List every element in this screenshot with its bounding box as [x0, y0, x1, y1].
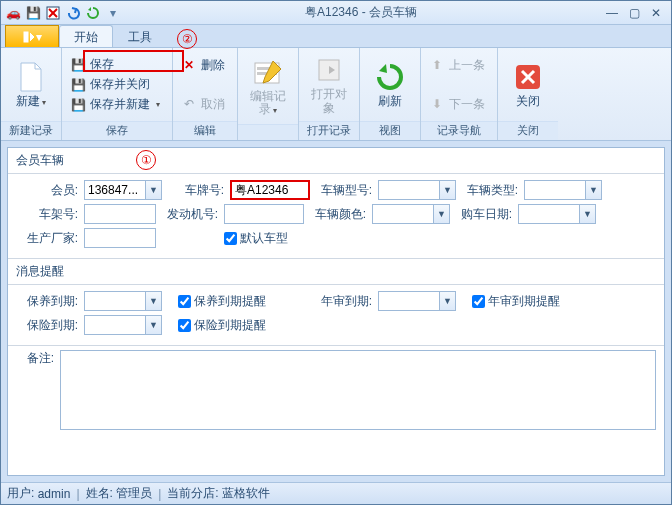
- qat-refresh-icon[interactable]: [85, 5, 101, 21]
- close-button[interactable]: 关闭: [504, 59, 552, 110]
- buydate-input[interactable]: [518, 204, 580, 224]
- status-user-value: admin: [38, 487, 71, 501]
- tab-tools[interactable]: 工具: [113, 25, 167, 47]
- tab-start[interactable]: 开始: [59, 25, 113, 47]
- new-file-icon: [15, 61, 47, 93]
- panel-notes: 备注:: [8, 346, 664, 475]
- qat-undo-icon[interactable]: [65, 5, 81, 21]
- minimize-button[interactable]: —: [605, 6, 619, 20]
- panel-vehicle-title: 会员车辆: [8, 148, 664, 174]
- panel-vehicle-body: ① 会员: 136847...▼ 车牌号: 粤A12346 车辆型号: ▼ 车辆…: [8, 174, 664, 259]
- group-title-close: 关闭: [498, 121, 558, 140]
- member-combo-arrow[interactable]: ▼: [146, 180, 162, 200]
- inspect-due-label: 年审到期:: [314, 293, 374, 310]
- group-title-edit-record: [238, 124, 298, 140]
- qat-save-icon[interactable]: 💾: [25, 5, 41, 21]
- status-user-label: 用户:: [7, 485, 34, 502]
- plate-input[interactable]: 粤A12346: [230, 180, 310, 200]
- save-and-close-button[interactable]: 💾保存并关闭: [68, 75, 166, 94]
- group-title-save: 保存: [62, 121, 172, 140]
- ribbon: 新建 新建记录 💾保存 💾保存并关闭 💾保存并新建 保存 ✕删除: [1, 47, 671, 141]
- down-arrow-icon: ⬇: [429, 96, 445, 112]
- content-area: 会员车辆 ① 会员: 136847...▼ 车牌号: 粤A12346 车辆型号:…: [7, 147, 665, 476]
- close-window-button[interactable]: ✕: [649, 6, 663, 20]
- status-name-value: 管理员: [116, 485, 152, 502]
- title-bar: 🚗 💾 ▾ 粤A12346 - 会员车辆 — ▢ ✕: [1, 1, 671, 25]
- save-and-new-button[interactable]: 💾保存并新建: [68, 95, 166, 114]
- ribbon-tabs: ▾ 开始 工具: [1, 25, 671, 47]
- window-title: 粤A12346 - 会员车辆: [125, 4, 597, 21]
- group-title-edit: 编辑: [173, 121, 237, 140]
- vin-input[interactable]: [84, 204, 156, 224]
- app-car-icon: 🚗: [5, 5, 21, 21]
- prev-record-button: ⬆上一条: [427, 56, 491, 75]
- qat-customize-icon[interactable]: ▾: [105, 5, 121, 21]
- notes-textarea[interactable]: [60, 350, 656, 430]
- save-button[interactable]: 💾保存: [68, 55, 166, 74]
- buydate-combo-arrow[interactable]: ▼: [580, 204, 596, 224]
- quick-access-toolbar: 🚗 💾 ▾: [1, 5, 125, 21]
- open-object-button: 打开对象: [305, 52, 353, 116]
- maint-due-arrow[interactable]: ▼: [146, 291, 162, 311]
- member-label: 会员:: [16, 182, 80, 199]
- save-icon: 💾: [70, 57, 86, 73]
- group-save: 💾保存 💾保存并关闭 💾保存并新建 保存: [62, 48, 173, 140]
- group-title-open: 打开记录: [299, 121, 359, 140]
- maint-remind-checkbox[interactable]: 保养到期提醒: [178, 293, 266, 310]
- type-label: 车辆类型:: [460, 182, 520, 199]
- default-model-checkbox[interactable]: 默认车型: [224, 230, 288, 247]
- model-input[interactable]: [378, 180, 440, 200]
- color-combo-arrow[interactable]: ▼: [434, 204, 450, 224]
- maximize-button[interactable]: ▢: [627, 6, 641, 20]
- group-title-new: 新建记录: [1, 121, 61, 140]
- notes-label: 备注:: [16, 350, 56, 367]
- maker-label: 生产厂家:: [16, 230, 80, 247]
- maint-due-label: 保养到期:: [16, 293, 80, 310]
- undo-icon: ↶: [181, 96, 197, 112]
- group-new-record: 新建 新建记录: [1, 48, 62, 140]
- close-big-icon: [512, 61, 544, 93]
- delete-x-icon: ✕: [181, 57, 197, 73]
- ins-due-arrow[interactable]: ▼: [146, 315, 162, 335]
- color-label: 车辆颜色:: [308, 206, 368, 223]
- inspect-due-arrow[interactable]: ▼: [440, 291, 456, 311]
- svg-rect-3: [24, 32, 28, 42]
- group-title-nav: 记录导航: [421, 121, 497, 140]
- qat-delete-icon[interactable]: [45, 5, 61, 21]
- member-input[interactable]: 136847...: [84, 180, 146, 200]
- maint-due-input[interactable]: [84, 291, 146, 311]
- edit-record-icon: [252, 56, 284, 88]
- ins-due-label: 保险到期:: [16, 317, 80, 334]
- maker-input[interactable]: [84, 228, 156, 248]
- inspect-due-input[interactable]: [378, 291, 440, 311]
- group-nav: ⬆上一条 ⬇下一条 记录导航: [421, 48, 498, 140]
- cancel-button: ↶取消: [179, 95, 231, 114]
- edit-record-button: 编辑记录: [244, 54, 292, 118]
- new-button[interactable]: 新建: [7, 59, 55, 110]
- type-combo-arrow[interactable]: ▼: [586, 180, 602, 200]
- next-record-button: ⬇下一条: [427, 95, 491, 114]
- delete-button[interactable]: ✕删除: [179, 56, 231, 75]
- save-new-icon: 💾: [70, 97, 86, 113]
- inspect-remind-checkbox[interactable]: 年审到期提醒: [472, 293, 560, 310]
- engine-label: 发动机号:: [160, 206, 220, 223]
- app-button[interactable]: ▾: [5, 25, 59, 47]
- up-arrow-icon: ⬆: [429, 57, 445, 73]
- color-input[interactable]: [372, 204, 434, 224]
- ins-due-input[interactable]: [84, 315, 146, 335]
- refresh-button[interactable]: 刷新: [366, 59, 414, 110]
- save-close-icon: 💾: [70, 77, 86, 93]
- panel-reminder-title: 消息提醒: [8, 259, 664, 285]
- type-input[interactable]: [524, 180, 586, 200]
- engine-input[interactable]: [224, 204, 304, 224]
- model-combo-arrow[interactable]: ▼: [440, 180, 456, 200]
- vin-label: 车架号:: [16, 206, 80, 223]
- ins-remind-checkbox[interactable]: 保险到期提醒: [178, 317, 266, 334]
- group-edit-record: 编辑记录: [238, 48, 299, 140]
- group-title-view: 视图: [360, 121, 420, 140]
- buydate-label: 购车日期:: [454, 206, 514, 223]
- model-label: 车辆型号:: [314, 182, 374, 199]
- status-store-value: 蓝格软件: [222, 485, 270, 502]
- group-close: 关闭 关闭: [498, 48, 558, 140]
- group-edit: ✕删除 ↶取消 编辑: [173, 48, 238, 140]
